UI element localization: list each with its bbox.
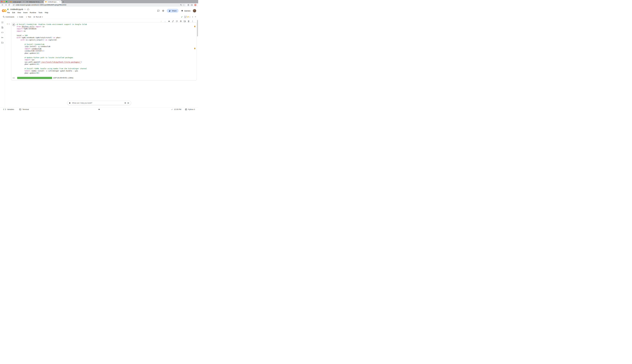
code-line[interactable] [17, 65, 193, 68]
table-of-contents-icon[interactable] [1, 21, 4, 24]
site-settings-icon[interactable] [13, 4, 15, 6]
mirror-cell-icon[interactable] [184, 20, 186, 22]
variables-label: Variables [7, 108, 14, 110]
share-button[interactable]: Share [167, 9, 178, 13]
tab-close-icon[interactable]: × [23, 1, 24, 3]
code-line[interactable]: with tqdm.notebook.tqdm(total=total) as … [17, 36, 193, 39]
star-notebook-icon[interactable]: ☆ [24, 8, 26, 10]
notebook-title[interactable]: Untitled9.ipynb [10, 8, 23, 10]
gemini-spark-icon[interactable] [98, 108, 100, 110]
url-bar[interactable]: colab.research.google.com/drive/1r-O5fX1… [12, 4, 186, 6]
warning-ruler-mark [194, 48, 195, 49]
code-line[interactable]: pbar.update(10) [17, 52, 193, 54]
code-line[interactable]: # Install PyMOL bundle using mamba from … [17, 68, 193, 70]
find-replace-icon[interactable] [1, 26, 4, 29]
window-close-button[interactable] [1, 1, 2, 2]
output-widget-icon[interactable] [13, 77, 15, 79]
add-code-button[interactable]: + Code [16, 15, 24, 18]
add-comment-icon[interactable] [176, 20, 178, 22]
menu-edit[interactable]: Edit [11, 11, 16, 14]
gemini-prompt-input[interactable]: What can I help you build? [72, 102, 123, 104]
code-line[interactable]: import os [17, 30, 193, 32]
zoom-icon[interactable] [180, 4, 182, 6]
tab-close-icon[interactable]: × [42, 1, 43, 3]
notebook-toolbar: Commands + Code + Text ▶ Run all ▾ ✓ RAM… [0, 15, 198, 19]
code-line[interactable] [17, 32, 193, 34]
window-zoom-button[interactable] [6, 1, 7, 2]
menu-view[interactable]: View [16, 11, 22, 14]
terminal-label: Terminal [22, 108, 29, 110]
commands-button[interactable]: Commands [2, 16, 15, 18]
code-line[interactable] [17, 54, 193, 56]
tab-title: Welcome To Colab - Colab [29, 1, 41, 3]
code-line[interactable]: # Update Python path to locate installed… [17, 56, 193, 59]
chevron-down-icon[interactable]: ▾ [42, 16, 43, 18]
run-all-button[interactable]: ▶ Run all ▾ [33, 16, 44, 18]
reload-button[interactable] [8, 4, 10, 6]
forward-button[interactable] [4, 4, 7, 6]
delete-cell-icon[interactable] [188, 20, 190, 22]
settings-gear-icon[interactable]: ⚙ [162, 10, 164, 12]
runtime-menu-caret-icon[interactable]: ▾ [192, 16, 193, 18]
browser-tab-notebook[interactable]: Untitled9.ipynb - Colab × [44, 0, 62, 3]
move-cell-down-icon[interactable]: ↓ [164, 20, 166, 22]
code-line[interactable]: pbar.update(90) [17, 72, 193, 74]
code-editor[interactable]: # Install CondaColab: Enables Conda envi… [17, 23, 193, 74]
bookmark-star-icon[interactable]: ☆ [183, 4, 184, 6]
code-line[interactable]: condacolab.install() [17, 50, 193, 52]
gemini-button[interactable]: Gemini [181, 10, 190, 12]
add-text-button[interactable]: + Text [25, 15, 32, 18]
secrets-key-icon[interactable] [1, 36, 4, 39]
cloud-save-icon[interactable] [27, 8, 29, 10]
kernel-selector[interactable]: Python 3 [185, 108, 195, 110]
code-line[interactable]: import tqdm.notebook [17, 28, 193, 30]
collapse-toolbar-icon[interactable] [194, 16, 196, 18]
code-line[interactable]: import sys [17, 59, 193, 61]
attach-plus-icon[interactable]: ⊕ [124, 102, 126, 104]
resource-monitor[interactable]: RAM Disk [184, 16, 191, 18]
code-line[interactable]: sys.path.append('/usr/local/lib/python3.… [17, 61, 193, 63]
resource-bars [188, 16, 191, 18]
menu-file[interactable]: File [6, 11, 11, 14]
gemini-spark-icon[interactable] [168, 20, 170, 22]
code-line[interactable]: # Install CondaColab [17, 43, 193, 46]
gemini-prompt-bar[interactable]: What can I help you build? ⊕ [67, 101, 131, 105]
menu-runtime[interactable]: Runtime [29, 11, 37, 14]
back-button[interactable] [1, 4, 4, 6]
menu-help[interactable]: Help [44, 11, 50, 14]
code-line[interactable]: import condacolab [17, 48, 193, 50]
code-line[interactable]: from IPython.utils import io [17, 26, 193, 28]
code-line[interactable] [17, 41, 193, 43]
more-cell-actions-icon[interactable]: ⋮ [191, 20, 194, 22]
menu-tools[interactable]: Tools [37, 11, 44, 14]
window-minimize-button[interactable] [4, 1, 5, 2]
code-line[interactable]: !pip install -q condacolab [17, 45, 193, 48]
code-line[interactable]: # Install CondaColab: Enables Conda envi… [17, 23, 193, 26]
terminal-button[interactable]: Terminal [19, 108, 29, 110]
editor-settings-icon[interactable]: ⚙ [180, 20, 182, 22]
code-line[interactable]: total = 100 [17, 34, 193, 37]
link-to-cell-icon[interactable] [172, 20, 174, 22]
account-avatar[interactable] [193, 9, 196, 12]
scrollbar-thumb[interactable] [197, 20, 198, 36]
browser-tab-welcome[interactable]: Welcome To Colab - Colab × [26, 0, 44, 3]
browser-profile-avatar[interactable] [194, 4, 196, 6]
code-line[interactable]: %shell mamba install -c schrodinger pymo… [17, 70, 193, 72]
new-tab-button[interactable]: + [62, 1, 65, 3]
menu-insert[interactable]: Insert [22, 11, 29, 14]
code-line[interactable]: pbar.update(20) [17, 63, 193, 65]
side-panel-icon[interactable] [190, 4, 193, 6]
run-cell-button[interactable]: ▶ [12, 23, 15, 26]
code-snippets-icon[interactable] [1, 31, 4, 34]
move-cell-up-icon[interactable]: ↑ [160, 20, 162, 22]
files-folder-icon[interactable] [1, 41, 4, 44]
send-icon[interactable] [128, 102, 130, 104]
browser-tab-colab-google[interactable]: colab.google × [9, 0, 26, 3]
variables-button[interactable]: { } Variables [3, 108, 14, 110]
code-line[interactable]: with io.capture_output() as captured: [17, 39, 193, 41]
comment-icon[interactable] [157, 10, 160, 12]
browser-tab-strip: colab.google × Welcome To Colab - Colab … [0, 0, 198, 3]
colab-favicon-icon [45, 1, 47, 3]
tab-close-icon[interactable]: × [59, 1, 60, 3]
reading-list-icon[interactable] [187, 4, 190, 6]
